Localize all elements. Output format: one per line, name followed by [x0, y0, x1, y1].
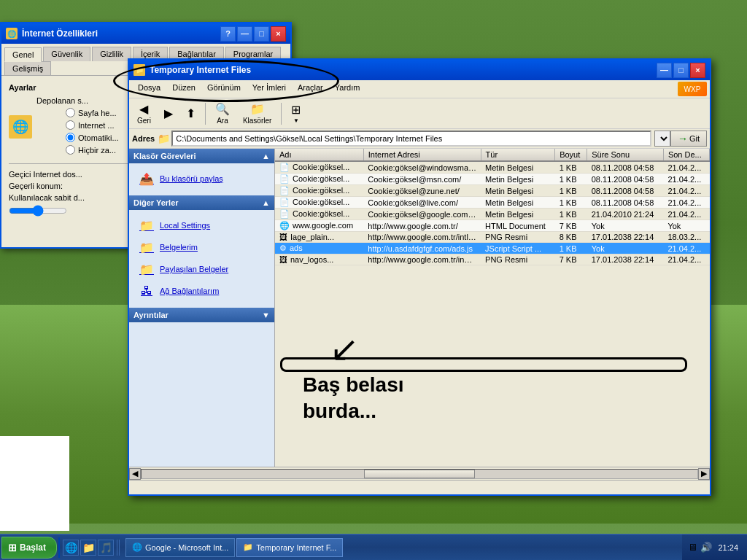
- disk-slider[interactable]: [9, 205, 67, 217]
- up-icon: ⬆: [186, 106, 196, 120]
- diger-yerler-header[interactable]: Diğer Yerler ▲: [129, 195, 274, 210]
- col-url[interactable]: Internet Adresi: [363, 149, 481, 161]
- menu-duzen[interactable]: Düzen: [166, 82, 201, 96]
- explorer-minimize-button[interactable]: —: [657, 63, 672, 78]
- table-row[interactable]: 🖼Iage_plain... http://www.google.com.tr/…: [275, 232, 710, 243]
- ayrintilar-chevron: ▼: [262, 311, 270, 319]
- back-icon: ◀: [139, 102, 148, 116]
- table-row[interactable]: 📄Cookie:göksel... Cookie:göksel@windowsm…: [275, 161, 710, 174]
- forward-icon: ▶: [164, 106, 173, 120]
- radio-otomatik[interactable]: Otomatiki...: [66, 133, 119, 142]
- radio-otomatik-label: Otomatiki...: [78, 133, 119, 142]
- klasor-gorevleri-header[interactable]: Klasör Görevleri ▲: [129, 149, 274, 163]
- scrollbar-thumb[interactable]: [364, 470, 475, 478]
- inet-help-button[interactable]: ?: [220, 26, 236, 42]
- cell-size: 1 KB: [555, 174, 587, 185]
- cell-size: 1 KB: [555, 161, 587, 174]
- tab-guvenlik[interactable]: Güvenlik: [43, 47, 90, 61]
- taskbar-time: 21:24: [715, 543, 741, 552]
- explorer-file-list-panel[interactable]: Adı Internet Adresi Tür Boyut Süre Sonu …: [275, 149, 710, 467]
- share-icon: 📤: [138, 170, 155, 187]
- left-item-paylasilan[interactable]: 📁 Paylaşılan Belgeler: [135, 258, 268, 280]
- cell-url: Cookie:göksel@google.com.tr/: [363, 209, 481, 220]
- forward-button[interactable]: ▶: [159, 104, 178, 122]
- taskbar-item-explorer-label: Temporary Internet F...: [256, 543, 336, 552]
- menu-yerimlerı[interactable]: Yer İmleri: [247, 82, 292, 96]
- col-last[interactable]: Son De...: [663, 149, 709, 161]
- menu-yardim[interactable]: Yardım: [329, 82, 366, 96]
- scrollbar-track[interactable]: [141, 469, 698, 479]
- dropdown-icon: ▼: [293, 117, 299, 124]
- tab-genel[interactable]: Genel: [4, 47, 42, 62]
- go-button[interactable]: → Git: [670, 131, 707, 147]
- left-item-local-settings[interactable]: 📁 Local Settings: [135, 214, 268, 236]
- col-name[interactable]: Adı: [275, 149, 363, 161]
- explorer-quicklaunch[interactable]: 📁: [80, 540, 96, 556]
- taskbar-item-explorer[interactable]: 📁 Temporary Internet F...: [236, 538, 343, 557]
- inet-maximize-button[interactable]: □: [254, 26, 269, 42]
- cell-size: 7 KB: [555, 254, 587, 265]
- explorer-statusbar: [129, 480, 710, 494]
- cell-name: 🌐www.google.com: [275, 220, 363, 232]
- explorer-titlebar: 📁 Temporary Internet Files — □ ×: [129, 60, 710, 80]
- cell-url: http://www.google.com.tr/inml...: [363, 254, 481, 265]
- share-label: Bu klasörü paylaş: [160, 174, 223, 183]
- table-row[interactable]: 📄Cookie:göksel... Cookie:göksel@google.c…: [275, 209, 710, 220]
- cell-name: 📄Cookie:göksel...: [275, 197, 363, 209]
- left-item-share[interactable]: 📤 Bu klasörü paylaş: [135, 168, 268, 190]
- cell-name: ⚙ads: [275, 243, 363, 254]
- explorer-titlebar-controls: — □ ×: [657, 63, 705, 78]
- scroll-right-btn[interactable]: ▶: [698, 468, 710, 480]
- horizontal-scrollbar[interactable]: ◀ ▶: [129, 467, 710, 480]
- taskbar-divider: [58, 537, 60, 558]
- table-row[interactable]: 🌐www.google.com http://www.google.com.tr…: [275, 220, 710, 232]
- menu-gorunum[interactable]: Görünüm: [201, 82, 247, 96]
- radio-sayfa[interactable]: Sayfa he...: [66, 108, 119, 117]
- inet-dialog-title: İnternet Özellikleri: [22, 28, 98, 39]
- radio-internet[interactable]: Internet ...: [66, 120, 119, 130]
- cell-last: 21.04.2...: [663, 209, 709, 220]
- taskbar-item-ie[interactable]: 🌐 Google - Microsoft Int...: [125, 538, 235, 557]
- cell-type: PNG Resmi: [481, 254, 555, 265]
- ie-quicklaunch[interactable]: 🌐: [63, 540, 79, 556]
- search-button[interactable]: 🔍 Ara: [210, 100, 235, 127]
- back-button[interactable]: ◀ Geri: [132, 100, 156, 127]
- explorer-titlebar-icon: 📁: [133, 64, 145, 76]
- col-type[interactable]: Tür: [481, 149, 555, 161]
- table-row[interactable]: 📄Cookie:göksel... Cookie:göksel@msn.com/…: [275, 174, 710, 185]
- inet-close-button[interactable]: ×: [271, 26, 286, 42]
- up-button[interactable]: ⬆: [181, 104, 201, 122]
- folders-button[interactable]: 📁 Klasörler: [238, 100, 276, 127]
- cell-last: 21.04.2...: [663, 254, 709, 265]
- address-bar-input[interactable]: C:\Documents and Settings\Göksel\Local S…: [171, 131, 651, 147]
- tab-gizlilik[interactable]: Gizlilik: [92, 47, 131, 61]
- col-size[interactable]: Boyut: [555, 149, 587, 161]
- address-dropdown[interactable]: [654, 131, 670, 147]
- ayrintilar-header[interactable]: Ayrıntılar ▼: [129, 308, 274, 322]
- cell-name: 📄Cookie:göksel...: [275, 209, 363, 220]
- radio-hicbir[interactable]: Hiçbir za...: [66, 145, 119, 155]
- cell-last: 21.04.2...: [663, 197, 709, 209]
- media-quicklaunch[interactable]: 🎵: [98, 540, 114, 556]
- scroll-left-btn[interactable]: ◀: [129, 468, 141, 480]
- views-button[interactable]: ⊞ ▼: [286, 101, 306, 126]
- table-row[interactable]: 📄Cookie:göksel... Cookie:göksel@zune.net…: [275, 185, 710, 197]
- menu-araclar[interactable]: Araçlar: [292, 82, 329, 96]
- tab-gelismis[interactable]: Gelişmiş: [4, 61, 51, 75]
- menu-dosya[interactable]: Dosya: [132, 82, 166, 96]
- table-row[interactable]: 📄Cookie:göksel... Cookie:göksel@live.com…: [275, 197, 710, 209]
- inet-minimize-button[interactable]: —: [237, 26, 252, 42]
- start-button[interactable]: ⊞ Başlat: [1, 537, 57, 559]
- views-icon: ⊞: [291, 103, 301, 117]
- inet-radio-group: Sayfa he... Internet ... Otomatiki... Hi…: [66, 108, 119, 155]
- explorer-close-button[interactable]: ×: [690, 63, 705, 78]
- table-row[interactable]: 🖼nav_logos... http://www.google.com.tr/i…: [275, 254, 710, 265]
- explorer-left-panel: Klasör Görevleri ▲ 📤 Bu klasörü paylaş D…: [129, 149, 275, 467]
- col-expires[interactable]: Süre Sonu: [587, 149, 664, 161]
- explorer-maximize-button[interactable]: □: [673, 63, 689, 78]
- left-item-belgelerim[interactable]: 📁 Belgelerim: [135, 236, 268, 258]
- left-item-ag-baglanti[interactable]: 🖧 Ağ Bağlantılarım: [135, 280, 268, 302]
- taskbar-tray: 🖥 🔊 21:24: [682, 534, 747, 560]
- inet-dialog-icon: 🌐: [6, 28, 18, 39]
- table-row[interactable]: ⚙ads http://u.asdafdgfgf.com/ads.js JScr…: [275, 243, 710, 254]
